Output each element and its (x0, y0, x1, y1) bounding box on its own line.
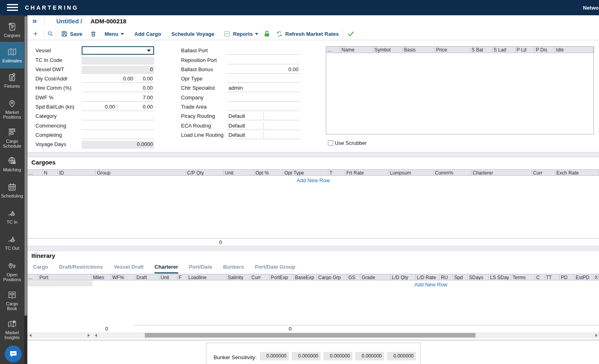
column-header-tt[interactable]: TT (545, 274, 560, 280)
vessel-dropdown[interactable] (82, 46, 154, 55)
sidebar-item-cargo-schedule[interactable]: Cargo Schedule (0, 124, 24, 152)
sidebar-item-tc-in[interactable]: TC In (0, 205, 24, 228)
column-header-terms[interactable]: Terms (511, 274, 535, 280)
spd-bal-ldn-kn-field-1[interactable]: 0.00 (82, 103, 116, 111)
menu-button[interactable]: Menu (105, 29, 124, 39)
add-cargo-button[interactable]: Add Cargo (134, 29, 161, 39)
company-field[interactable] (227, 94, 300, 102)
column-header-gs[interactable]: GS (347, 274, 360, 280)
refresh-market-rates-button[interactable]: Refresh Market Rates (276, 29, 339, 39)
column-header-salinity[interactable]: Salinity (226, 274, 250, 280)
column-header-estpd[interactable]: EstPD (574, 274, 593, 280)
scroll-right-icon[interactable] (595, 334, 597, 337)
load-line-routing-field[interactable]: Default (227, 132, 263, 139)
column-header-x[interactable]: X (593, 274, 599, 280)
delete-button[interactable] (90, 29, 97, 39)
chtr-specialist-field[interactable]: admin (227, 84, 300, 92)
column-header-wf[interactable]: WF% (111, 274, 135, 280)
tab-cargo[interactable]: Cargo (33, 264, 48, 274)
opr-type-field[interactable] (227, 75, 300, 83)
trade-area-field[interactable] (227, 103, 300, 111)
piracy-routing-field-2[interactable] (263, 113, 300, 120)
eca-routing-field-2[interactable] (263, 122, 300, 130)
column-header-l-d-rate[interactable]: L/D Rate (416, 274, 440, 280)
column-header-group[interactable]: Group (96, 170, 186, 175)
network-menu[interactable]: Network (583, 5, 599, 11)
use-scrubber-checkbox[interactable] (328, 140, 333, 146)
column-header-l-d-qty[interactable]: L/D Qty (391, 274, 416, 280)
piracy-routing-field[interactable]: Default (227, 113, 263, 120)
load-line-routing-field-2[interactable] (263, 132, 300, 139)
spd-bal-ldn-kn-field-2[interactable]: 0.00 (117, 103, 154, 111)
tab-port-date[interactable]: Port/Date (189, 264, 212, 274)
column-header-p-ld[interactable]: P Ld (515, 47, 535, 53)
column-header-exch-rate[interactable]: Exch Rate (555, 170, 599, 175)
column-header-opt[interactable]: Opt % (254, 170, 283, 175)
expand-panel-icon[interactable]: » (32, 16, 37, 25)
column-header-opt-type[interactable]: Opt Type (283, 170, 328, 175)
column-header-col[interactable]: ... (326, 47, 340, 53)
column-header-col[interactable]: ... (27, 170, 43, 175)
column-header-price[interactable]: Price (435, 47, 470, 53)
column-header-id[interactable]: ID (58, 170, 96, 175)
column-header-t[interactable]: T (328, 170, 345, 175)
column-header-col[interactable]: ... (27, 274, 38, 280)
column-header-unit[interactable]: Unit (159, 274, 177, 280)
column-header-ru[interactable]: RU (440, 274, 453, 280)
column-header-curr[interactable]: Curr (250, 274, 270, 280)
reports-button[interactable]: Reports (224, 29, 258, 39)
commencing-field[interactable] (82, 122, 154, 130)
cargoes-add-new-row[interactable]: Add New Row (27, 177, 599, 183)
eca-routing-field[interactable]: Default (227, 122, 263, 130)
scroll-left-icon[interactable] (29, 334, 31, 337)
column-header-port[interactable]: Port (38, 274, 92, 280)
column-header-basis[interactable]: Basis (403, 47, 435, 53)
itinerary-scrollbar[interactable] (93, 333, 599, 338)
sidebar-item-scheduling[interactable]: Scheduling (0, 178, 24, 202)
ballast-port-field[interactable] (227, 47, 300, 55)
itinerary-add-new-row[interactable]: Add New Row (409, 282, 453, 288)
tab-bunkers[interactable]: Bunkers (223, 264, 244, 274)
chat-button[interactable] (5, 345, 22, 362)
column-header-c-p-qty[interactable]: C/P Qty (186, 170, 224, 175)
scroll-right-icon[interactable] (88, 334, 90, 337)
tab-draft-restrictions[interactable]: Draft/Restrictions (59, 264, 103, 274)
tab-port-date-group[interactable]: Port/Date Group (255, 264, 295, 274)
lock-button[interactable] (263, 29, 271, 39)
column-header-portexp[interactable]: PortExp (270, 274, 294, 280)
dly-cost-addr-field-2[interactable]: 0.00 (136, 75, 154, 83)
column-header-cargo-grp[interactable]: Cargo Grp (317, 274, 347, 280)
tab-charterer[interactable]: Charterer (154, 264, 178, 274)
column-header-unit[interactable]: Unit (224, 170, 254, 175)
column-header-s-bal[interactable]: S Bal (470, 47, 492, 53)
column-header-p-dis[interactable]: P Dis (535, 47, 555, 53)
column-header-idle[interactable]: Idle (555, 47, 594, 53)
column-header-draft[interactable]: Draft (135, 274, 159, 280)
column-header-pd[interactable]: PD (560, 274, 574, 280)
column-header-f[interactable]: F (177, 274, 187, 280)
scrollbar-thumb[interactable] (145, 333, 475, 337)
validate-button[interactable] (347, 29, 355, 39)
column-header-c[interactable]: C (535, 274, 545, 280)
column-header-loadline[interactable]: Loadline (187, 274, 226, 280)
dly-cost-addr-field-1[interactable]: 0.00 (82, 75, 134, 83)
column-header-symbol[interactable]: Symbol (373, 47, 403, 53)
dwf-field[interactable]: 7.00 (82, 94, 154, 102)
column-header-lumpsum[interactable]: Lumpsum (389, 170, 434, 175)
search-button[interactable] (47, 29, 54, 39)
column-header-charterer[interactable]: Charterer (471, 170, 532, 175)
column-header-frt-rate[interactable]: Frt Rate (345, 170, 389, 175)
column-header-grade[interactable]: Grade (360, 274, 391, 280)
sidebar-item-cargo-book[interactable]: Cargo Book (0, 286, 24, 315)
tab-vessel-draft[interactable]: Vessel Draft (114, 264, 144, 274)
sidebar-item-fixtures[interactable]: Fixtures (0, 69, 24, 92)
sidebar-item-estimates[interactable]: Estimates (0, 42, 24, 68)
ballast-bonus-field[interactable]: 0.00 (227, 66, 300, 74)
column-header-ls-sday[interactable]: LS SDay (489, 274, 511, 280)
sidebar-item-matching[interactable]: Matching (0, 153, 24, 175)
column-header-baseexp[interactable]: BaseExp (294, 274, 317, 280)
sidebar-scrollbar[interactable] (24, 15, 27, 364)
column-header-miles[interactable]: Miles (92, 274, 111, 280)
sidebar-item-market-insights[interactable]: Market Insights (0, 315, 24, 343)
column-header-curr[interactable]: Curr (532, 170, 555, 175)
